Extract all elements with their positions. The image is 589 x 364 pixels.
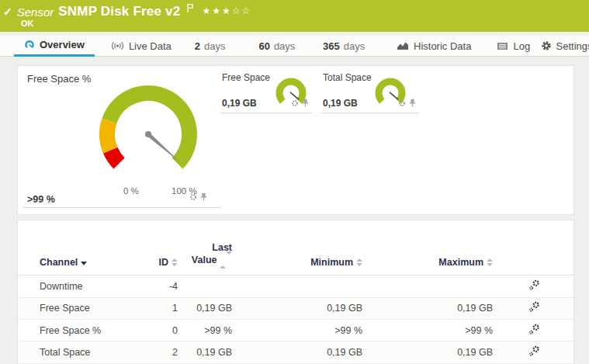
channel-name: Total Space — [40, 347, 156, 358]
tab-live-data[interactable]: Live Data — [109, 36, 174, 57]
channel-id: 0 — [156, 325, 178, 336]
gauge-value: 0,19 GB — [323, 98, 358, 109]
column-label: Channel — [40, 257, 78, 268]
column-label: ID — [159, 257, 169, 268]
tab-day-unit: days — [344, 40, 365, 52]
gauge-dial — [86, 72, 210, 196]
gauge-title: Free Space — [222, 72, 270, 83]
tab-day-unit: days — [204, 40, 225, 52]
column-label: Minimum — [310, 257, 353, 268]
tab-day-count: 2 — [195, 40, 200, 52]
gauge-settings-gear-icon[interactable] — [291, 96, 299, 110]
channel-minimum: 0,19 GB — [232, 347, 362, 358]
channel-id: 1 — [156, 303, 178, 314]
gauge-title: Free Space % — [27, 73, 91, 85]
channel-settings-gears-icon[interactable] — [528, 345, 540, 359]
channel-settings-gears-icon[interactable] — [528, 279, 540, 293]
tab-historic-data[interactable]: Historic Data — [393, 36, 476, 57]
sort-caret-down-icon — [81, 262, 87, 265]
gauge-total-space: Total Space 0,19 GB — [321, 69, 419, 113]
sensor-title: SNMP Disk Free v2 — [58, 4, 180, 19]
table-row-total-space[interactable]: Total Space 2 0,19 GB 0,19 GB 0,19 GB — [18, 341, 573, 363]
table-row-free-space[interactable]: Free Space 1 0,19 GB 0,19 GB 0,19 GB — [18, 298, 573, 320]
gauge-icon — [24, 40, 35, 50]
tab-365-days[interactable]: 365 days — [319, 36, 369, 57]
channel-name: Free Space — [40, 303, 156, 314]
tab-label: Log — [513, 40, 530, 52]
channels-panel: Channel ID Last Value Minimum Maximum — [17, 220, 574, 364]
column-header-last-value[interactable]: Last Value — [178, 242, 232, 268]
sort-icon — [172, 258, 178, 266]
channel-id: -4 — [156, 281, 178, 292]
column-header-channel[interactable]: Channel — [40, 257, 156, 268]
column-header-id[interactable]: ID — [156, 257, 178, 268]
channel-maximum: 0,19 GB — [362, 303, 493, 314]
gauge-free-space: Free Space 0,19 GB — [220, 69, 312, 113]
sort-icon — [356, 258, 362, 266]
tab-label: Historic Data — [414, 40, 471, 52]
column-label: Maximum — [438, 257, 483, 268]
sort-icon — [487, 258, 493, 266]
area-chart-icon — [397, 41, 409, 50]
status-check-icon: ✓ — [3, 5, 12, 18]
tab-2-days[interactable]: 2 days — [188, 36, 232, 57]
prtg-sensor-page: ✓ Sensor SNMP Disk Free v2 ★★★☆☆ OK Over… — [0, 0, 589, 364]
tab-label: Settings — [556, 40, 589, 52]
tab-label: Overview — [40, 39, 85, 50]
priority-flag-icon[interactable] — [186, 2, 194, 16]
gauges-panel: Free Space % 0 % 100 % >99 % — [17, 65, 574, 215]
gauge-pin-icon[interactable] — [409, 96, 416, 110]
priority-stars[interactable]: ★★★☆☆ — [202, 5, 251, 16]
gauge-settings-gear-icon[interactable] — [189, 190, 197, 204]
tab-label: Live Data — [129, 40, 172, 52]
channel-id: 2 — [156, 347, 178, 358]
channel-name: Downtime — [40, 281, 156, 292]
gauge-settings-gear-icon[interactable] — [398, 96, 406, 110]
table-row-free-space-percent[interactable]: Free Space % 0 >99 % >99 % >99 % — [18, 320, 573, 341]
channel-table-header: Channel ID Last Value Minimum Maximum — [18, 220, 573, 276]
sensor-status-badge: OK — [21, 19, 34, 28]
sensor-kind-label: Sensor — [17, 5, 54, 19]
gear-icon — [541, 40, 552, 51]
tab-log[interactable]: Log — [493, 36, 535, 57]
live-signal-icon — [111, 41, 124, 50]
gauge-value: >99 % — [27, 194, 55, 205]
tab-day-count: 60 — [258, 40, 269, 52]
channel-minimum: >99 % — [232, 325, 362, 336]
sensor-header: ✓ Sensor SNMP Disk Free v2 ★★★☆☆ OK — [0, 0, 589, 32]
tab-settings[interactable]: Settings — [544, 36, 589, 57]
channel-maximum: >99 % — [362, 325, 493, 336]
column-header-maximum[interactable]: Maximum — [362, 257, 493, 268]
channel-name: Free Space % — [40, 325, 156, 336]
gauge-title: Total Space — [323, 72, 372, 83]
channel-settings-gears-icon[interactable] — [528, 324, 540, 338]
table-row-downtime[interactable]: Downtime -4 — [18, 276, 573, 297]
gauge-value: 0,19 GB — [222, 98, 257, 109]
column-label: Value — [192, 255, 217, 265]
gauge-pin-icon[interactable] — [302, 96, 309, 110]
channel-last-value: 0,19 GB — [178, 303, 232, 314]
tab-day-count: 365 — [323, 40, 340, 52]
channel-last-value: >99 % — [178, 325, 232, 336]
sort-icon — [220, 255, 232, 267]
tab-overview[interactable]: Overview — [14, 36, 95, 57]
tab-day-unit: days — [274, 40, 295, 52]
gauge-free-space-percent: Free Space % 0 % 100 % >99 % — [23, 69, 221, 208]
tab-60-days[interactable]: 60 days — [252, 36, 301, 57]
gauge-pin-icon[interactable] — [200, 190, 207, 204]
log-list-icon — [497, 42, 508, 50]
channel-last-value: 0,19 GB — [178, 347, 232, 358]
channel-maximum: 0,19 GB — [362, 347, 493, 358]
channel-settings-gears-icon[interactable] — [528, 301, 540, 315]
column-header-minimum[interactable]: Minimum — [232, 257, 362, 268]
channel-minimum: 0,19 GB — [232, 303, 362, 314]
tab-bar: Overview Live Data 2 days 60 days 365 da… — [0, 36, 589, 57]
gauge-scale-min: 0 % — [123, 186, 139, 196]
